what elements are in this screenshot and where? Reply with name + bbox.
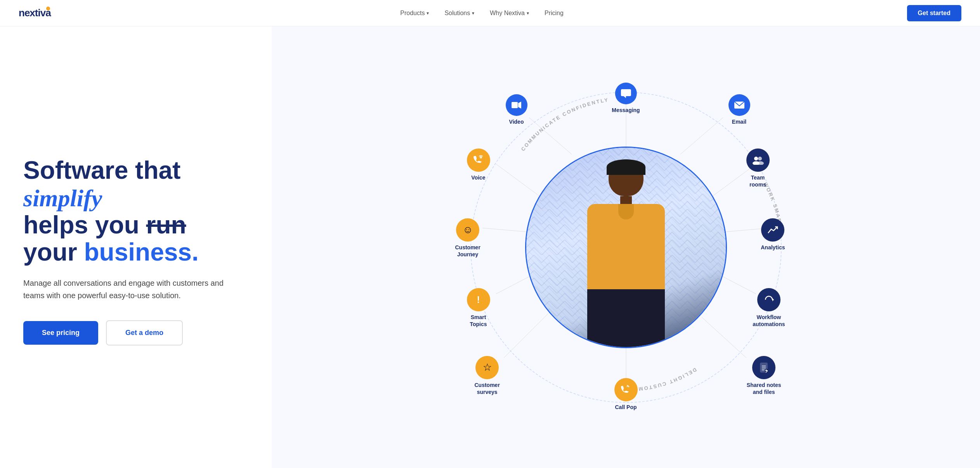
analytics-icon — [761, 218, 784, 242]
chevron-down-icon: ▾ — [427, 10, 429, 16]
icon-customer-surveys: ☆ Customersurveys — [475, 356, 500, 395]
logo-dot — [46, 7, 50, 10]
call-pop-icon — [614, 378, 638, 401]
nav-links: Products ▾ Solutions ▾ Why Nextiva ▾ Pri… — [400, 10, 564, 17]
chevron-down-icon: ▾ — [527, 10, 529, 16]
svg-point-25 — [758, 157, 762, 161]
get-started-button[interactable]: Get started — [907, 5, 961, 21]
icon-shared-notes: Shared notesand files — [747, 356, 781, 395]
svg-point-24 — [754, 157, 758, 161]
customer-surveys-icon: ☆ — [475, 356, 499, 379]
workflow-icon — [757, 288, 781, 311]
video-icon — [506, 94, 527, 116]
svg-marker-28 — [772, 298, 774, 301]
smart-topics-icon: ! — [467, 288, 490, 311]
svg-marker-19 — [518, 102, 521, 109]
voice-icon — [467, 149, 490, 172]
hero-section: Software that simplify helps you run you… — [0, 26, 272, 468]
icon-messaging: Messaging — [612, 83, 640, 114]
diagram-wrapper: COMMUNICATE CONFIDENTLY WORK SMARTER DEL… — [451, 73, 801, 422]
svg-line-9 — [482, 228, 527, 232]
icon-workflow: Workflowautomations — [753, 288, 785, 328]
hero-subtext: Manage all conversations and engage with… — [23, 277, 233, 302]
icon-video: Video — [506, 94, 527, 125]
svg-rect-18 — [512, 102, 518, 108]
icon-team-rooms: Teamrooms — [746, 149, 770, 188]
see-pricing-button[interactable]: See pricing — [23, 321, 98, 345]
svg-marker-21 — [623, 96, 626, 98]
nav-pricing[interactable]: Pricing — [545, 10, 564, 17]
nav-why-nextiva[interactable]: Why Nextiva ▾ — [490, 10, 529, 17]
nav-products[interactable]: Products ▾ — [400, 10, 429, 17]
logo[interactable]: nextiva — [19, 7, 57, 19]
icon-call-pop: Call Pop — [614, 378, 638, 411]
hero-word-business: business. — [84, 238, 198, 266]
icon-customer-journey: ☺ CustomerJourney — [455, 218, 480, 258]
hero-word-simplify: simplify — [23, 185, 102, 211]
chevron-down-icon: ▾ — [472, 10, 474, 16]
team-rooms-icon — [746, 149, 770, 172]
navbar: nextiva Products ▾ Solutions ▾ Why Nexti… — [0, 0, 980, 26]
messaging-icon — [615, 83, 637, 104]
customer-journey-icon: ☺ — [456, 218, 479, 242]
diagram-section: COMMUNICATE CONFIDENTLY WORK SMARTER DEL… — [272, 26, 980, 468]
center-circle — [525, 147, 727, 348]
svg-text:COMMUNICATE CONFIDENTLY: COMMUNICATE CONFIDENTLY — [520, 97, 609, 152]
get-demo-button[interactable]: Get a demo — [106, 320, 183, 345]
person-image — [526, 148, 726, 347]
hero-word-run: run — [146, 211, 186, 239]
icon-voice: Voice — [467, 149, 490, 181]
icon-analytics: Analytics — [761, 218, 785, 251]
main-content: Software that simplify helps you run you… — [0, 26, 980, 468]
svg-rect-20 — [621, 89, 631, 96]
email-icon — [728, 94, 750, 116]
nav-solutions[interactable]: Solutions ▾ — [444, 10, 474, 17]
hero-heading: Software that simplify helps you run you… — [23, 157, 248, 266]
icon-smart-topics: ! SmartTopics — [467, 288, 490, 328]
hero-buttons: See pricing Get a demo — [23, 320, 248, 345]
icon-email: Email — [728, 94, 750, 125]
shared-notes-icon — [752, 356, 775, 379]
